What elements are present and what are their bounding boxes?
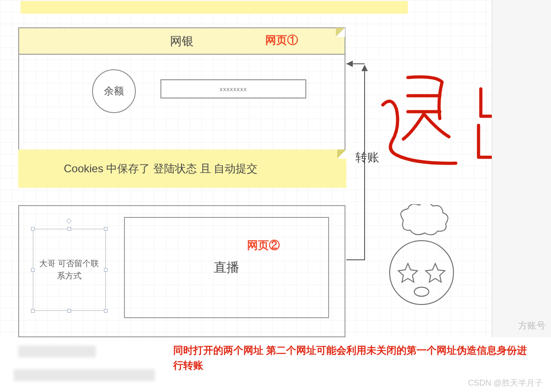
page2-label: 网页②: [247, 238, 280, 253]
shocked-face-icon: [378, 204, 465, 309]
footer-area: 同时打开的两个网址 第二个网址可能会利用未关闭的第一个网址伪造信息身份进行转账 …: [0, 337, 551, 392]
blurred-region: [18, 346, 96, 357]
page2-box: 大哥 可否留个联系方式 直播 网页②: [18, 205, 345, 337]
right-panel-faded-text: 方账号: [518, 320, 546, 332]
page1-box: 网银 网页① 余额 xxxxxxxx Cookies 中保存了 登陆状态 且 自…: [18, 27, 345, 187]
balance-label: 余额: [104, 84, 124, 98]
page2-main-title: 直播: [214, 259, 239, 276]
page1-title: 网银: [170, 33, 194, 49]
selection-handle[interactable]: [67, 309, 71, 313]
page1-label: 网页①: [265, 33, 298, 47]
cookies-banner: Cookies 中保存了 登陆状态 且 自动提交: [18, 150, 346, 188]
cookies-banner-text: Cookies 中保存了 登陆状态 且 自动提交: [64, 161, 257, 176]
balance-circle: 余额: [92, 69, 136, 113]
selection-handle[interactable]: [104, 268, 108, 272]
yellow-strip-top: [21, 1, 408, 14]
page2-main-box: 直播: [124, 217, 329, 318]
amount-input[interactable]: xxxxxxxx: [160, 79, 306, 98]
page2-message-text: 大哥 可否留个联系方式: [39, 258, 100, 282]
watermark: CSDN @胜天半月子: [468, 377, 543, 388]
svg-point-0: [390, 241, 453, 304]
page2-message-box[interactable]: 大哥 可否留个联系方式: [33, 229, 106, 311]
selection-handle[interactable]: [31, 268, 35, 272]
note-fold-corner: [337, 150, 346, 159]
selection-handle[interactable]: [104, 227, 108, 231]
selection-handle[interactable]: [31, 227, 35, 231]
svg-point-1: [414, 287, 429, 296]
selection-rotate-handle[interactable]: [67, 219, 71, 223]
transfer-label: 转账: [355, 150, 379, 165]
selection-handle[interactable]: [31, 309, 35, 313]
blurred-region: [14, 369, 155, 381]
right-side-panel: 方账号: [492, 0, 551, 337]
amount-input-value: xxxxxxxx: [220, 86, 247, 93]
selection-handle[interactable]: [67, 227, 71, 231]
note-fold-corner: [336, 28, 345, 37]
selection-handle[interactable]: [104, 309, 108, 313]
diagram-canvas: 网银 网页① 余额 xxxxxxxx Cookies 中保存了 登陆状态 且 自…: [0, 0, 492, 337]
footer-explanation: 同时打开的两个网址 第二个网址可能会利用未关闭的第一个网址伪造信息身份进行转账: [173, 343, 529, 373]
